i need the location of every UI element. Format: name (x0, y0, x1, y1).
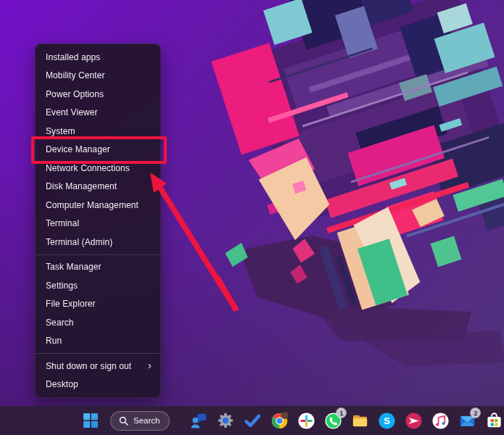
slack-icon (297, 412, 315, 430)
winx-menu: Installed apps Mobility Center Power Opt… (35, 44, 161, 398)
menu-item-label: Power Options (46, 89, 104, 99)
menu-item-power-options[interactable]: Power Options (36, 85, 160, 104)
svg-text:S: S (384, 415, 390, 426)
menu-item-label: Task Manager (46, 262, 102, 272)
send-arrow-icon (405, 412, 423, 430)
file-explorer-app-icon[interactable] (350, 411, 369, 430)
menu-item-label: Disk Management (46, 181, 117, 191)
skype-app-icon[interactable]: S (377, 411, 396, 430)
send-mail-app-icon[interactable] (404, 411, 423, 430)
menu-item-label: Network Connections (46, 163, 130, 173)
menu-item-label: Settings (46, 281, 78, 291)
menu-item-label: System (46, 126, 75, 136)
menu-divider (36, 254, 160, 255)
folder-icon (351, 412, 369, 430)
menu-item-disk-management[interactable]: Disk Management (36, 178, 160, 196)
menu-item-label: File Explorer (46, 299, 96, 309)
music-app-icon[interactable] (431, 411, 450, 430)
todo-app-icon[interactable] (243, 411, 262, 430)
menu-item-run[interactable]: Run (36, 332, 160, 351)
menu-item-label: Terminal (46, 218, 79, 228)
menu-item-label: Mobility Center (46, 70, 105, 80)
menu-item-task-manager[interactable]: Task Manager (36, 258, 160, 277)
chrome-icon (270, 412, 289, 430)
taskbar: Search (0, 406, 504, 435)
menu-item-label: Desktop (46, 379, 78, 389)
desktop: Installed apps Mobility Center Power Opt… (0, 0, 504, 435)
menu-item-desktop[interactable]: Desktop (36, 376, 160, 394)
search-box[interactable]: Search (110, 411, 170, 431)
menu-item-terminal-admin[interactable]: Terminal (Admin) (36, 233, 160, 252)
menu-item-settings[interactable]: Settings (36, 276, 160, 295)
menu-item-mobility-center[interactable]: Mobility Center (36, 67, 160, 86)
menu-item-label: Run (46, 336, 62, 346)
people-chat-app-icon[interactable] (189, 411, 208, 430)
windows-logo-icon (83, 413, 98, 428)
chevron-right-icon: › (148, 360, 152, 370)
menu-item-terminal[interactable]: Terminal (36, 215, 160, 233)
menu-item-network-connections[interactable]: Network Connections (36, 159, 160, 178)
whatsapp-notification-badge: 1 (336, 408, 346, 418)
menu-item-computer-management[interactable]: Computer Management (36, 196, 160, 215)
menu-item-search[interactable]: Search (36, 313, 160, 332)
menu-item-event-viewer[interactable]: Event Viewer (36, 104, 160, 123)
start-button[interactable] (81, 411, 100, 430)
menu-item-label: Terminal (Admin) (46, 237, 112, 247)
checkmark-icon (244, 412, 261, 429)
menu-item-label: Computer Management (46, 200, 139, 210)
menu-item-file-explorer[interactable]: File Explorer (36, 295, 160, 314)
person-chat-icon (190, 412, 207, 429)
menu-divider (36, 353, 160, 354)
music-note-icon (431, 412, 450, 430)
slack-app-icon[interactable] (297, 411, 315, 430)
skype-icon: S (378, 412, 396, 430)
chrome-app-icon[interactable] (270, 411, 289, 430)
mail-notification-badge: 2 (471, 408, 480, 418)
menu-item-label: Shut down or sign out (46, 361, 131, 371)
gear-icon (217, 412, 234, 429)
menu-item-device-manager[interactable]: Device Manager (36, 141, 160, 160)
menu-item-label: Device Manager (46, 144, 110, 154)
search-label: Search (133, 416, 160, 425)
menu-item-shut-down-or-sign-out[interactable]: Shut down or sign out › (36, 357, 160, 376)
menu-item-label: Installed apps (46, 52, 100, 62)
menu-item-installed-apps[interactable]: Installed apps (36, 48, 160, 67)
settings-app-icon[interactable] (216, 411, 235, 430)
menu-item-label: Search (46, 318, 74, 328)
menu-item-system[interactable]: System (36, 122, 160, 141)
mail-app-icon[interactable]: 2 (458, 411, 476, 430)
microsoft-store-app-icon[interactable] (484, 411, 503, 430)
whatsapp-app-icon[interactable]: 1 (323, 411, 342, 430)
menu-item-label: Event Viewer (46, 107, 98, 117)
search-icon (119, 416, 128, 426)
store-bag-icon (485, 412, 503, 430)
